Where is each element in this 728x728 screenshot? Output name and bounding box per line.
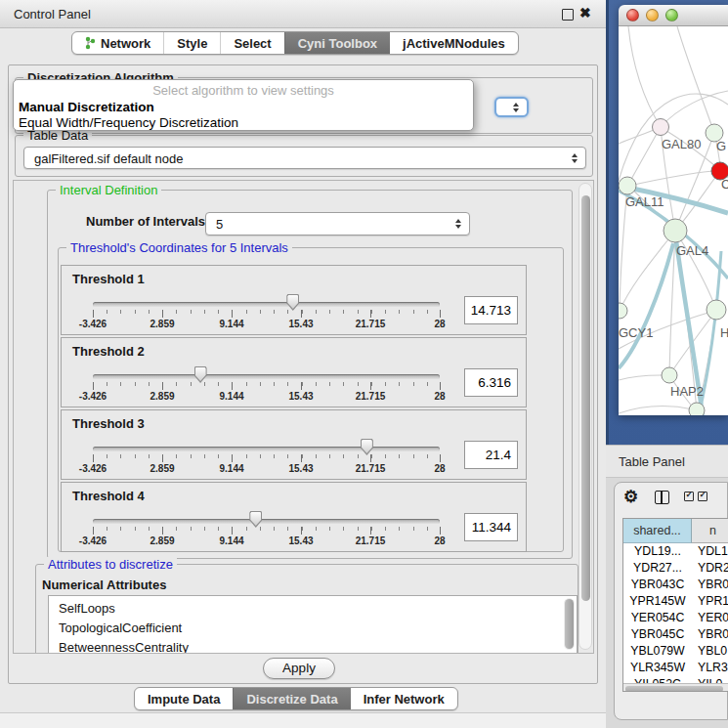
tab-label: Style bbox=[177, 36, 207, 51]
tab-discretize-data[interactable]: Discretize Data bbox=[233, 688, 350, 709]
node-gal11[interactable] bbox=[619, 177, 636, 194]
tab-label: Cyni Toolbox bbox=[298, 36, 377, 51]
close-traffic-light[interactable] bbox=[626, 9, 639, 21]
scale-tick-label: 21.715 bbox=[356, 463, 386, 474]
popup-placeholder-option[interactable]: Select algorithm to view settings bbox=[14, 83, 473, 98]
table-panel-inner: ⚙ shared... n YDL19...YDL1 YDR27...YDR2 … bbox=[614, 482, 728, 720]
threshold-4-panel: Threshold 4 -3.426 2.859 9.144 15.43 21.… bbox=[61, 482, 527, 552]
select-all-columns-icon[interactable] bbox=[698, 492, 707, 501]
node-gcy1[interactable] bbox=[619, 303, 627, 319]
threshold-1-panel: Threshold 1 -3.426 2.859 9.144 15.43 21.… bbox=[61, 265, 527, 335]
list-item[interactable]: TopologicalCoefficient bbox=[49, 619, 577, 638]
slider-ticks bbox=[93, 382, 441, 390]
table-panel-title: Table Panel bbox=[619, 454, 685, 469]
threshold-slider-track[interactable] bbox=[93, 519, 440, 524]
close-icon[interactable]: ✖ bbox=[579, 5, 591, 21]
scale-tick-label: 28 bbox=[434, 319, 445, 329]
cell: YBL0 bbox=[692, 643, 728, 660]
node-bottom[interactable] bbox=[689, 403, 705, 415]
threshold-slider-thumb[interactable] bbox=[249, 511, 262, 528]
settings-gear-icon[interactable]: ⚙ bbox=[623, 487, 638, 507]
threshold-slider-thumb[interactable] bbox=[361, 439, 373, 455]
node-label: GAL4 bbox=[676, 243, 708, 258]
threshold-slider-thumb[interactable] bbox=[286, 294, 299, 311]
tab-cyni-toolbox[interactable]: Cyni Toolbox bbox=[284, 32, 390, 54]
slider-scale: -3.426 2.859 9.144 15.43 21.715 28 bbox=[93, 463, 440, 475]
threshold-value-field[interactable]: 6.316 bbox=[464, 368, 518, 397]
list-scrollbar[interactable] bbox=[564, 598, 575, 650]
threshold-slider-track[interactable] bbox=[93, 302, 440, 307]
column-header-name[interactable]: n bbox=[692, 519, 728, 543]
list-item[interactable]: BetweennessCentrality bbox=[49, 638, 577, 654]
tab-select[interactable]: Select bbox=[220, 32, 283, 54]
network-canvas[interactable]: GAL80 G C GAL11 GAL4 GCY1 H HAP2 bbox=[619, 26, 728, 415]
cell: YDL1 bbox=[692, 543, 728, 560]
table-row[interactable]: YDR27...YDR2 bbox=[623, 560, 728, 577]
scale-tick-label: -3.426 bbox=[79, 535, 107, 546]
minimize-traffic-light[interactable] bbox=[646, 9, 659, 21]
tab-style[interactable]: Style bbox=[163, 32, 220, 54]
scale-tick-label: 15.43 bbox=[288, 319, 313, 329]
threshold-value-field[interactable]: 21.4 bbox=[464, 441, 518, 469]
threshold-slider-track[interactable] bbox=[93, 447, 440, 451]
scale-tick-label: 28 bbox=[434, 535, 445, 546]
node-hap2[interactable] bbox=[662, 367, 677, 383]
table-panel-body: ⚙ shared... n YDL19...YDL1 YDR27...YDR2 … bbox=[606, 478, 728, 728]
node-label: GCY1 bbox=[619, 325, 653, 340]
scale-tick-label: 21.715 bbox=[356, 319, 386, 329]
table-row[interactable]: YDL19...YDL1 bbox=[623, 543, 728, 560]
node-gal80[interactable] bbox=[653, 119, 669, 136]
network-window-titlebar[interactable] bbox=[619, 5, 728, 26]
popup-option-equal-width-frequency[interactable]: Equal Width/Frequency Discretization bbox=[19, 115, 238, 130]
table-horizontal-scrollbar[interactable] bbox=[623, 683, 728, 692]
tab-infer-network[interactable]: Infer Network bbox=[351, 688, 457, 709]
select-columns-icon[interactable] bbox=[684, 492, 694, 501]
scale-tick-label: 15.43 bbox=[288, 463, 313, 474]
column-layout-icon[interactable] bbox=[655, 491, 669, 504]
threshold-2-panel: Threshold 2 -3.426 2.859 9.144 15.43 21.… bbox=[61, 337, 527, 407]
desktop-edge bbox=[606, 0, 609, 445]
cell: YDR27... bbox=[623, 560, 692, 577]
table-row[interactable]: YER054CYER0 bbox=[623, 610, 728, 626]
node-attribute-table: shared... n YDL19...YDL1 YDR27...YDR2 YB… bbox=[622, 518, 728, 692]
cell: YER0 bbox=[692, 610, 728, 626]
control-panel-tabbar: Network Style Select Cyni Toolbox jActiv… bbox=[71, 31, 519, 55]
table-data-combobox[interactable]: galFiltered.sif default node bbox=[23, 147, 586, 169]
threshold-value-field[interactable]: 14.713 bbox=[464, 296, 518, 324]
number-of-intervals-value: 5 bbox=[216, 217, 223, 232]
apply-button[interactable]: Apply bbox=[263, 658, 335, 679]
tab-network[interactable]: Network bbox=[72, 32, 163, 54]
control-panel-window: Control Panel ✖ Network Style Select Cyn… bbox=[0, 0, 606, 728]
table-row[interactable]: YBR043CYBR0 bbox=[623, 577, 728, 593]
network-view-window: GAL80 G C GAL11 GAL4 GCY1 H HAP2 bbox=[619, 5, 728, 415]
list-item[interactable]: SelfLoops bbox=[49, 596, 577, 619]
column-header-shared-name[interactable]: shared... bbox=[623, 519, 692, 543]
table-row[interactable]: YPR145WYPR1 bbox=[623, 593, 728, 610]
control-panel-titlebar: Control Panel ✖ bbox=[0, 0, 606, 28]
number-of-intervals-combobox[interactable]: 5 bbox=[205, 212, 470, 236]
threshold-slider-track[interactable] bbox=[93, 374, 440, 379]
table-row[interactable]: YLR345WYLR3 bbox=[623, 660, 728, 676]
threshold-label: Threshold 2 bbox=[72, 344, 145, 359]
table-row[interactable]: YBL079WYBL0 bbox=[623, 643, 728, 660]
tab-jactivemnodules[interactable]: jActiveMNodules bbox=[390, 32, 518, 54]
node-h[interactable] bbox=[707, 300, 726, 320]
table-header-row: shared... n bbox=[623, 519, 728, 543]
float-window-icon[interactable] bbox=[562, 9, 574, 21]
control-panel-title: Control Panel bbox=[14, 7, 91, 21]
numerical-attributes-label: Numerical Attributes bbox=[42, 578, 166, 592]
algorithm-dropdown-popup: Select algorithm to view settings Manual… bbox=[13, 79, 474, 131]
slider-ticks bbox=[93, 454, 441, 462]
threshold-value-field[interactable]: 11.344 bbox=[464, 513, 518, 541]
zoom-traffic-light[interactable] bbox=[665, 9, 678, 21]
node-gal4[interactable] bbox=[664, 219, 687, 242]
threshold-slider-thumb[interactable] bbox=[194, 366, 207, 383]
threshold-3-panel: Threshold 3 -3.426 2.859 9.144 15.43 21.… bbox=[61, 409, 527, 480]
combo-stepper-icon bbox=[513, 103, 519, 112]
cell: YPR145W bbox=[623, 593, 692, 610]
algorithm-combobox[interactable] bbox=[494, 97, 529, 117]
panel-vertical-scrollbar[interactable] bbox=[578, 183, 592, 650]
table-row[interactable]: YBR045CYBR0 bbox=[623, 626, 728, 643]
popup-option-manual-discretization[interactable]: Manual Discretization bbox=[19, 100, 154, 114]
tab-impute-data[interactable]: Impute Data bbox=[135, 688, 233, 709]
